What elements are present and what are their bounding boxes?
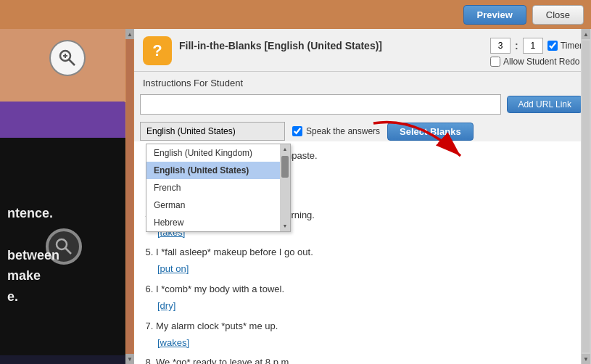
timer-row: : Timer <box>490 38 582 54</box>
dropdown-scroll-up[interactable]: ▲ <box>283 144 288 154</box>
speak-answers-checkbox[interactable] <box>292 126 302 136</box>
sidebar-purple-bar <box>0 102 127 138</box>
zoom-button[interactable] <box>49 40 86 76</box>
main-right-scrollbar[interactable]: ▲ ▼ <box>581 29 591 364</box>
list-item: My alarm clock *puts* me up. [wakes] <box>156 318 575 352</box>
content-header: ? Fill-in-the-Blanks [English (United St… <box>134 29 591 72</box>
dropdown-item-us[interactable]: English (United States) <box>146 162 290 179</box>
dropdown-scroll-thumb <box>281 156 289 178</box>
timer-separator: : <box>515 40 518 51</box>
question-icon: ? <box>143 36 172 65</box>
timer-label: Timer <box>561 41 582 51</box>
page-title: Fill-in-the-Blanks [English (United Stat… <box>179 40 483 51</box>
timer-input-seconds[interactable] <box>523 38 543 54</box>
language-select-wrapper: English (United Kingdom) English (United… <box>140 122 285 141</box>
title-area: Fill-in-the-Blanks [English (United Stat… <box>179 36 483 51</box>
timer-input-minutes[interactable] <box>490 38 511 54</box>
speak-answers-row: Speak the answers <box>292 126 380 136</box>
sidebar-text: ntence. between make e. <box>0 196 127 315</box>
dropdown-item-uk[interactable]: English (United Kingdom) <box>146 144 290 162</box>
close-button[interactable]: Close <box>532 5 584 25</box>
timer-checkbox-label: Timer <box>547 41 582 51</box>
language-dropdown-menu: English (United Kingdom) English (United… <box>146 144 291 232</box>
instruction-input-row: Add URL Link <box>134 91 591 117</box>
main-scroll-up[interactable]: ▲ <box>582 29 590 39</box>
select-blanks-button[interactable]: Select Blanks <box>387 123 474 141</box>
timer-checkbox[interactable] <box>547 41 558 51</box>
language-select[interactable]: English (United Kingdom) English (United… <box>140 122 285 141</box>
list-item: I *fall asleep* makeup before I go out. … <box>156 244 575 278</box>
dropdown-item-fr[interactable]: French <box>146 179 290 197</box>
allow-redo-checkbox[interactable] <box>490 57 500 67</box>
main-content: ? Fill-in-the-Blanks [English (United St… <box>134 29 591 364</box>
scroll-track <box>126 39 133 354</box>
dropdown-scrollbar[interactable]: ▲ ▼ <box>280 144 290 231</box>
left-sidebar: ntence. between make e. <box>0 29 134 364</box>
instructions-label: Instructions For Student <box>134 72 591 91</box>
speak-answers-label: Speak the answers <box>306 126 380 136</box>
answer-link[interactable]: [wakes] <box>156 334 575 351</box>
list-item: We *go* ready to leave at 8 p.m. [get] <box>156 354 575 364</box>
allow-redo-text: Allow Student Redo <box>503 57 579 67</box>
scroll-down-arrow[interactable]: ▼ <box>125 354 134 364</box>
add-url-button[interactable]: Add URL Link <box>507 96 582 113</box>
list-item: I *comb* my body with a towel. [dry] <box>156 281 575 315</box>
language-row: English (United Kingdom) English (United… <box>134 117 591 144</box>
allow-redo-label: Allow Student Redo <box>490 57 579 67</box>
timer-area: : Timer Allow Student Redo <box>490 36 582 67</box>
svg-line-1 <box>69 59 75 65</box>
dropdown-item-he[interactable]: Hebrew <box>146 214 290 231</box>
main-scroll-down[interactable]: ▼ <box>582 354 590 364</box>
dropdown-item-de[interactable]: German <box>146 197 290 214</box>
scroll-up-arrow[interactable]: ▲ <box>125 29 134 39</box>
main-scroll-track <box>582 41 590 352</box>
left-sidebar-scrollbar[interactable]: ▲ ▼ <box>125 29 134 364</box>
instruction-input[interactable] <box>140 94 501 115</box>
top-bar: Preview Close <box>0 0 591 29</box>
answer-link[interactable]: [put on] <box>156 260 575 277</box>
dropdown-scroll-down[interactable]: ▼ <box>283 221 288 231</box>
answer-link[interactable]: [dry] <box>156 297 575 314</box>
preview-button[interactable]: Preview <box>463 5 526 25</box>
